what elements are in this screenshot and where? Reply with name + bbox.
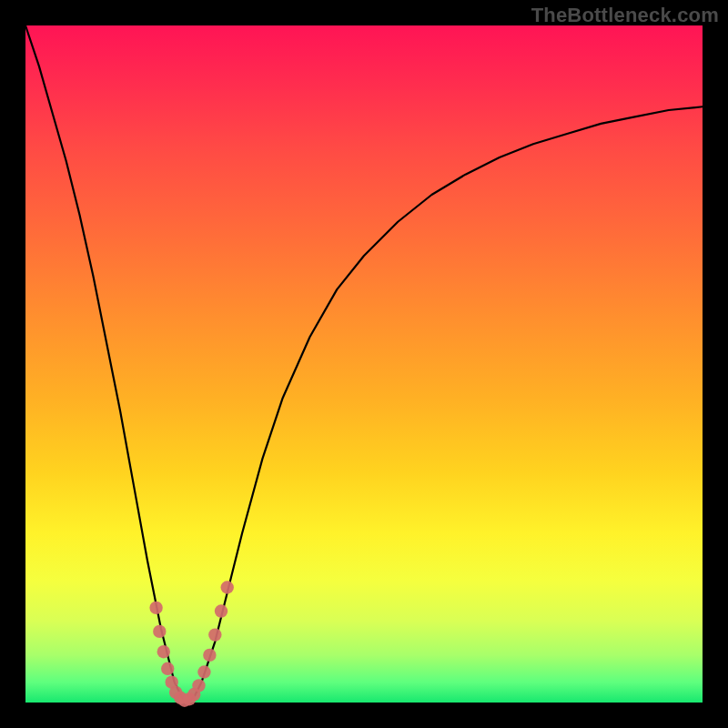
curve-marker <box>157 645 170 658</box>
curve-marker <box>221 581 234 593</box>
plot-area <box>25 25 703 703</box>
curve-marker <box>197 665 210 678</box>
bottleneck-curve <box>25 25 703 703</box>
chart-svg <box>25 25 703 703</box>
curve-marker <box>203 649 216 662</box>
curve-markers <box>149 581 234 707</box>
curve-marker <box>192 679 205 692</box>
curve-marker <box>149 602 162 614</box>
curve-marker <box>161 662 174 675</box>
curve-marker <box>208 628 221 641</box>
watermark-text: TheBottleneck.com <box>531 4 719 27</box>
curve-marker <box>215 604 228 617</box>
chart-frame: TheBottleneck.com <box>0 0 728 728</box>
curve-marker <box>153 625 166 638</box>
